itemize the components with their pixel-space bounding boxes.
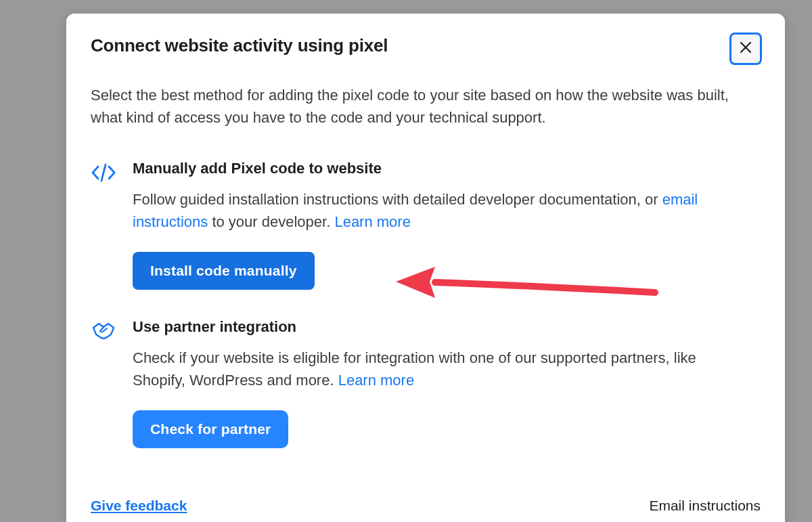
modal-subtitle: Select the best method for adding the pi… [91,84,740,129]
svg-line-2 [102,165,106,181]
option-partner: Use partner integration Check if your we… [91,318,761,448]
option-manual-desc-prefix: Follow guided installation instructions … [133,191,662,208]
learn-more-manual-link[interactable]: Learn more [334,213,411,230]
option-manual-title: Manually add Pixel code to website [133,160,761,177]
pixel-connect-modal: Connect website activity using pixel Sel… [66,14,785,522]
close-button[interactable] [729,32,762,65]
email-instructions-action[interactable]: Email instructions [649,498,761,514]
option-partner-description: Check if your website is eligible for in… [133,347,742,391]
modal-title: Connect website activity using pixel [91,35,388,56]
close-icon [739,41,752,57]
option-manual-body: Manually add Pixel code to website Follo… [120,160,761,290]
learn-more-partner-link[interactable]: Learn more [338,372,415,389]
modal-header: Connect website activity using pixel [91,35,761,65]
option-partner-desc-prefix: Check if your website is eligible for in… [133,349,696,389]
option-partner-body: Use partner integration Check if your we… [120,318,761,448]
option-manual: Manually add Pixel code to website Follo… [91,160,761,290]
option-partner-title: Use partner integration [133,318,761,336]
check-for-partner-button[interactable]: Check for partner [133,410,288,448]
modal-footer: Give feedback Email instructions [91,498,761,514]
install-code-manually-button[interactable]: Install code manually [133,252,315,290]
code-icon [91,160,120,187]
option-manual-desc-middle: to your developer. [208,213,334,230]
handshake-icon [91,318,120,347]
give-feedback-link[interactable]: Give feedback [91,498,187,514]
option-manual-description: Follow guided installation instructions … [133,188,742,233]
